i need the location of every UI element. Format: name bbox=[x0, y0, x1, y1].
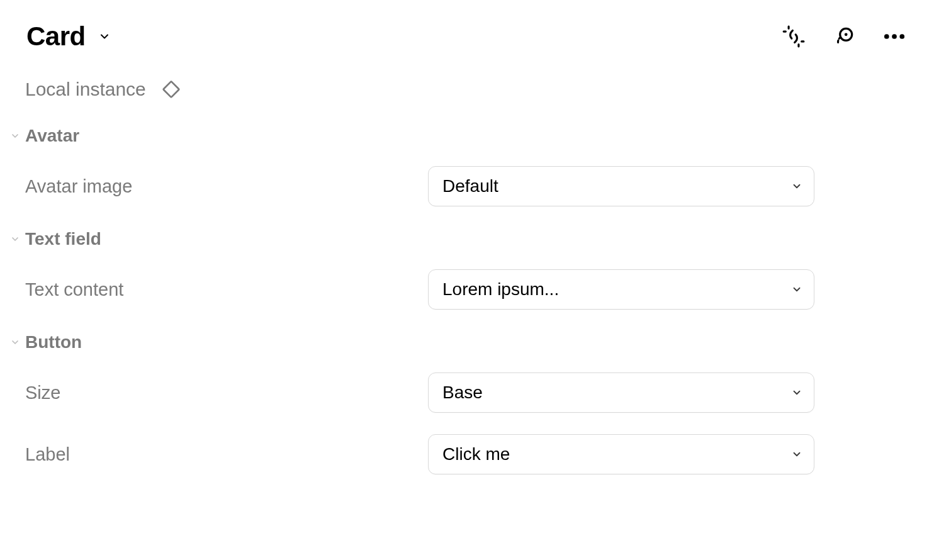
svg-point-1 bbox=[845, 33, 848, 36]
diamond-icon bbox=[160, 78, 183, 101]
section-button: Button Size Base Label Click me bbox=[0, 325, 934, 490]
label-avatar-image: Avatar image bbox=[25, 176, 428, 197]
more-options-button[interactable] bbox=[881, 23, 908, 50]
go-to-main-button[interactable] bbox=[831, 23, 857, 50]
section-toggle-text-field[interactable]: Text field bbox=[9, 221, 934, 254]
select-button-label[interactable]: Click me bbox=[428, 434, 814, 474]
select-avatar-image[interactable]: Default bbox=[428, 166, 814, 206]
svg-rect-5 bbox=[163, 81, 179, 97]
detach-instance-button[interactable] bbox=[780, 23, 807, 50]
chevron-down-icon bbox=[9, 130, 21, 142]
local-instance-row: Local instance bbox=[0, 55, 934, 118]
section-toggle-avatar[interactable]: Avatar bbox=[9, 118, 934, 151]
more-horizontal-icon bbox=[881, 23, 908, 50]
chevron-down-icon bbox=[9, 233, 21, 245]
select-value-text-content: Lorem ipsum... bbox=[442, 279, 559, 300]
section-toggle-button[interactable]: Button bbox=[9, 325, 934, 357]
label-text-content: Text content bbox=[25, 279, 428, 300]
select-text-content[interactable]: Lorem ipsum... bbox=[428, 269, 814, 310]
panel-header: Card bbox=[0, 0, 934, 55]
section-title-text-field: Text field bbox=[25, 229, 101, 249]
chevron-down-icon bbox=[791, 181, 802, 192]
select-value-avatar-image: Default bbox=[442, 176, 498, 196]
instance-diamond-icon[interactable] bbox=[160, 78, 183, 101]
chevron-down-icon bbox=[791, 284, 802, 295]
label-button-label: Label bbox=[25, 444, 428, 465]
svg-point-4 bbox=[899, 34, 904, 39]
chevron-down-icon bbox=[9, 336, 21, 349]
local-instance-label: Local instance bbox=[25, 79, 146, 100]
svg-point-2 bbox=[884, 34, 889, 39]
section-title-button: Button bbox=[25, 332, 82, 352]
row-button-size: Size Base bbox=[9, 357, 934, 428]
chevron-down-icon bbox=[791, 449, 802, 460]
select-button-size[interactable]: Base bbox=[428, 372, 814, 413]
select-value-button-size: Base bbox=[442, 383, 483, 403]
chevron-down-icon bbox=[98, 30, 111, 43]
component-title: Card bbox=[26, 21, 86, 52]
chevron-down-icon bbox=[791, 387, 802, 398]
header-actions bbox=[780, 23, 908, 50]
component-dropdown-toggle[interactable] bbox=[97, 29, 112, 44]
unlink-icon bbox=[782, 25, 806, 48]
row-text-content: Text content Lorem ipsum... bbox=[9, 254, 934, 325]
label-button-size: Size bbox=[25, 383, 428, 403]
row-avatar-image: Avatar image Default bbox=[9, 151, 934, 221]
section-text-field: Text field Text content Lorem ipsum... bbox=[0, 221, 934, 325]
row-button-label: Label Click me bbox=[9, 428, 934, 490]
target-instance-icon bbox=[832, 25, 856, 48]
section-title-avatar: Avatar bbox=[25, 126, 79, 146]
select-value-button-label: Click me bbox=[442, 444, 510, 464]
section-avatar: Avatar Avatar image Default bbox=[0, 118, 934, 221]
svg-point-3 bbox=[892, 34, 897, 39]
